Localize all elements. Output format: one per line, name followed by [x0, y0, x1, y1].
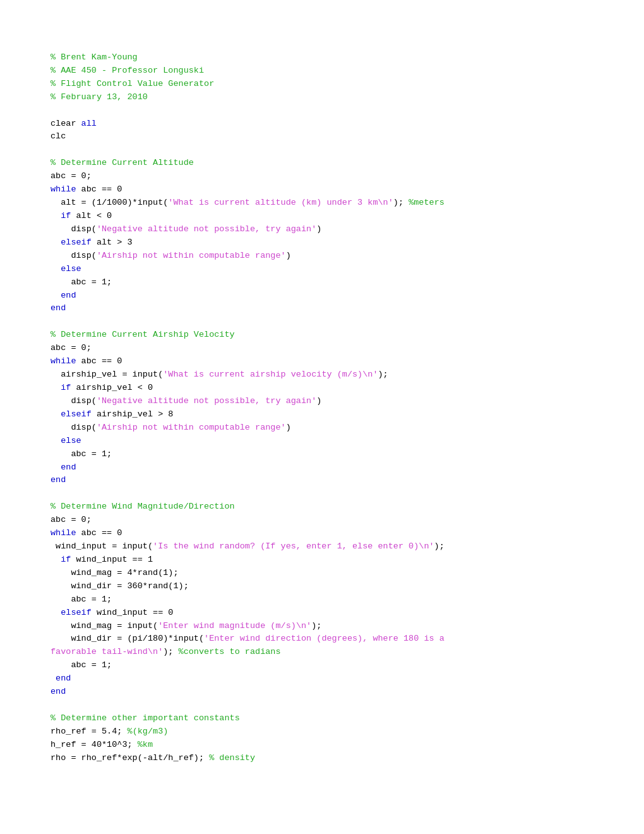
elseif-vel: elseif airship_vel > 8	[51, 409, 173, 419]
comment-line-1: % Brent Kam-Young	[51, 52, 138, 62]
wind-mag-rand: wind_mag = 4*rand(1);	[51, 568, 179, 577]
disp-range-vel: disp('Airship not within computable rang…	[51, 423, 291, 432]
disp-neg-vel: disp('Negative altitude not possible, tr…	[51, 396, 321, 406]
rho-ref: rho_ref = 5.4; %(kg/m3)	[51, 727, 168, 736]
h-ref: h_ref = 40*10^3; %km	[51, 740, 153, 749]
abc-set-3b: abc = 1;	[51, 660, 112, 670]
abc-set-1: abc = 1;	[51, 277, 112, 287]
comment-line-2: % AAE 450 - Professor Longuski	[51, 66, 204, 75]
else-1: else	[51, 264, 81, 274]
abc-init-1: abc = 0;	[51, 171, 92, 181]
disp-range: disp('Airship not within computable rang…	[51, 251, 291, 260]
else-2: else	[51, 436, 81, 445]
abc-init-3: abc = 0;	[51, 515, 92, 524]
rho: rho = rho_ref*exp(-alt/h_ref); % density	[51, 753, 255, 763]
wind-input: wind_input = input('Is the wind random? …	[51, 541, 444, 551]
abc-set-3a: abc = 1;	[51, 595, 112, 604]
abc-set-2: abc = 1;	[51, 449, 112, 459]
abc-init-2: abc = 0;	[51, 343, 92, 353]
end-if-2: end	[51, 462, 76, 472]
alt-input: alt = (1/1000)*input('What is current al…	[51, 198, 444, 207]
clear-statement: clear all	[51, 119, 97, 128]
end-if-3: end	[51, 674, 71, 683]
end-if-1: end	[51, 291, 76, 300]
comment-line-3: % Flight Control Value Generator	[51, 79, 214, 88]
comment-velocity: % Determine Current Airship Velocity	[51, 330, 235, 339]
airship-vel-input: airship_vel = input('What is current air…	[51, 370, 388, 379]
elseif-wind: elseif wind_input == 0	[51, 608, 173, 617]
if-wind: if wind_input == 1	[51, 555, 153, 564]
end-while-2: end	[51, 475, 66, 485]
if-vel: if airship_vel < 0	[51, 383, 153, 392]
comment-line-4: % February 13, 2010	[51, 92, 148, 102]
comment-constants: % Determine other important constants	[51, 713, 240, 723]
clc-statement: clc	[51, 131, 66, 141]
while-2: while abc == 0	[51, 356, 122, 366]
disp-neg-alt: disp('Negative altitude not possible, tr…	[51, 224, 321, 234]
while-3: while abc == 0	[51, 528, 122, 538]
end-while-1: end	[51, 303, 66, 313]
wind-dir-input: wind_dir = (pi/180)*input('Enter wind di…	[51, 634, 444, 643]
while-1: while abc == 0	[51, 184, 122, 194]
code-editor: % Brent Kam-Young % AAE 450 - Professor …	[51, 38, 593, 765]
comment-altitude: % Determine Current Altitude	[51, 158, 194, 167]
comment-wind: % Determine Wind Magnitude/Direction	[51, 502, 235, 511]
if-alt: if alt < 0	[51, 211, 112, 221]
elseif-alt: elseif alt > 3	[51, 238, 133, 247]
wind-dir-cont: favorable tail-wind\n'	[51, 647, 163, 656]
end-while-3: end	[51, 687, 66, 696]
wind-mag-input: wind_mag = input('Enter wind magnitude (…	[51, 621, 321, 631]
wind-dir-rand: wind_dir = 360*rand(1);	[51, 581, 189, 591]
